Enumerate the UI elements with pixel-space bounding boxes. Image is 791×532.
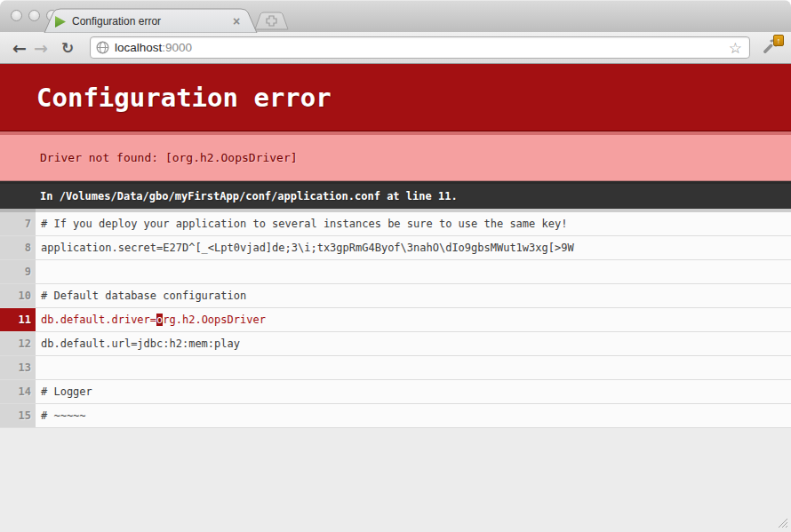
wrench-menu-button[interactable]: ↑ — [759, 36, 782, 60]
code-text — [36, 260, 791, 283]
line-number: 13 — [0, 356, 36, 379]
update-badge: ↑ — [773, 35, 784, 46]
play-framework-favicon — [55, 16, 66, 28]
line-number: 15 — [0, 404, 36, 427]
error-location: In /Volumes/Data/gbo/myFirstApp/conf/app… — [0, 181, 791, 209]
code-line-12: 12db.default.url=jdbc:h2:mem:play — [0, 332, 791, 356]
address-bar[interactable]: localhost:9000 ☆ — [90, 36, 750, 59]
resize-grip-icon[interactable] — [775, 515, 788, 528]
code-line-8: 8application.secret=E27D^[_<Lpt0vjad]de;… — [0, 236, 791, 260]
forward-button[interactable]: → — [30, 37, 52, 59]
code-text — [36, 356, 791, 379]
line-number: 9 — [0, 260, 36, 283]
code-text: db.default.driver=org.h2.OopsDriver — [36, 308, 791, 331]
url-host: localhost — [115, 41, 162, 54]
page-title: Configuration error — [0, 64, 791, 131]
page-background — [0, 428, 791, 532]
error-detail: Driver not found: [org.h2.OopsDriver] — [0, 131, 791, 181]
code-text: # Logger — [36, 380, 791, 403]
globe-icon — [96, 41, 109, 54]
navigation-toolbar: ← → ↻ localhost:9000 ☆ ↑ — [0, 32, 791, 64]
line-number: 12 — [0, 332, 36, 355]
tab-strip: Configuration error × — [0, 0, 791, 32]
url-text[interactable]: localhost:9000 — [115, 41, 727, 54]
code-text: # If you deploy your application to seve… — [36, 209, 791, 235]
tab-title: Configuration error — [72, 15, 229, 28]
line-number: 10 — [0, 284, 36, 307]
code-text: db.default.url=jdbc:h2:mem:play — [36, 332, 791, 355]
bookmark-star-icon[interactable]: ☆ — [727, 39, 744, 57]
code-text: application.secret=E27D^[_<Lpt0vjad]de;3… — [36, 236, 791, 259]
back-button[interactable]: ← — [9, 37, 30, 59]
code-line-9: 9 — [0, 260, 791, 284]
code-line-15: 15# ~~~~~ — [0, 404, 791, 428]
code-line-7: 7# If you deploy your application to sev… — [0, 209, 791, 236]
reload-button[interactable]: ↻ — [57, 37, 78, 59]
code-line-13: 13 — [0, 356, 791, 380]
tab-configuration-error[interactable]: Configuration error × — [55, 12, 244, 31]
source-code-listing: 7# If you deploy your application to sev… — [0, 209, 791, 428]
code-line-14: 14# Logger — [0, 380, 791, 404]
url-port: :9000 — [162, 41, 192, 54]
code-text: # ~~~~~ — [36, 404, 791, 427]
code-text: # Default database configuration — [36, 284, 791, 307]
new-tab-button[interactable] — [254, 12, 290, 30]
tab-close-icon[interactable]: × — [229, 15, 244, 28]
code-line-10: 10# Default database configuration — [0, 284, 791, 308]
minimize-window-button[interactable] — [28, 10, 40, 21]
up-arrow-icon: ↑ — [777, 36, 781, 45]
close-window-button[interactable] — [11, 10, 22, 21]
error-page: Configuration error Driver not found: [o… — [0, 64, 791, 532]
browser-window: Configuration error × ← → ↻ localhost:90… — [0, 0, 791, 532]
line-number: 7 — [0, 209, 36, 235]
code-line-11: 11db.default.driver=org.h2.OopsDriver — [0, 308, 791, 332]
line-number: 8 — [0, 236, 36, 259]
line-number: 14 — [0, 380, 36, 403]
line-number: 11 — [0, 308, 36, 331]
